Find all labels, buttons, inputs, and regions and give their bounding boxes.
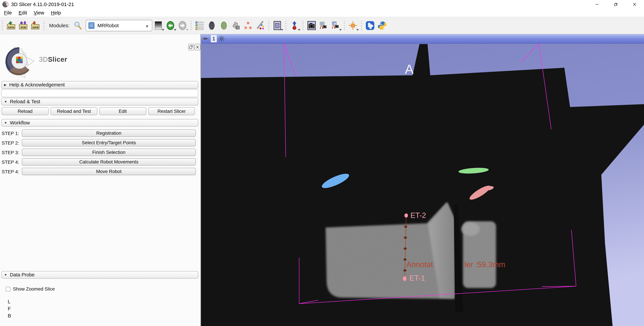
restart-slicer-button[interactable]: Restart Slicer	[148, 107, 195, 115]
scene-view-button[interactable]	[319, 21, 328, 31]
view-pin-button[interactable]	[202, 35, 210, 42]
popout-icon	[189, 45, 193, 49]
expanded-arrow-icon: ▼	[4, 121, 7, 125]
move-robot-button[interactable]: Move Robot	[22, 168, 196, 175]
restore-button[interactable]	[606, 0, 625, 9]
dropdown-arrow-icon[interactable]	[174, 29, 176, 31]
volume-rendering-button[interactable]	[219, 21, 229, 31]
slicer-app-window: 3D Slicer 4.11.0-2019-01-21 File Edit	[0, 0, 644, 326]
mouse-interaction-pin-button[interactable]	[290, 21, 299, 31]
subject-hierarchy-button[interactable]	[195, 21, 204, 31]
menu-view[interactable]: View	[34, 10, 44, 16]
workflow-step-row: STEP 2: Select Entry/Target Points	[2, 139, 197, 146]
toolbar-grip[interactable]	[268, 21, 270, 31]
main-toolbar: DATA DCM SAVE Modules:	[0, 17, 644, 34]
dicom-button[interactable]: DCM	[18, 21, 28, 31]
menu-edit[interactable]: Edit	[19, 10, 27, 16]
section-label: Reload & Test	[10, 99, 40, 104]
menu-help[interactable]: Help	[51, 10, 61, 16]
load-data-folder-icon: DATA	[6, 21, 16, 30]
menu-file[interactable]: File	[4, 10, 12, 16]
section-help-acknowledgement[interactable]: ▶ Help & Acknowledgement	[1, 81, 198, 89]
main-area: 3DSlicer ▶ Help & Acknowledgement ▼ Relo…	[0, 34, 644, 326]
center-crosshair-icon	[218, 35, 225, 42]
registration-button[interactable]: Registration	[22, 129, 196, 137]
reload-button[interactable]: Reload	[2, 107, 48, 115]
collapsed-arrow-icon: ▶	[4, 83, 6, 87]
crosshair-icon	[348, 21, 358, 30]
annotations-button[interactable]	[255, 21, 265, 31]
dropdown-arrow-icon[interactable]	[356, 29, 359, 31]
app-logo-icon	[2, 1, 9, 8]
minimize-icon	[594, 2, 600, 7]
section-data-probe[interactable]: ▼ Data Probe	[1, 271, 198, 278]
finish-selection-button[interactable]: Finish Selection	[22, 149, 196, 156]
python-console-button[interactable]	[377, 21, 387, 31]
show-zoomed-slice-row: Show Zoomed Slice	[6, 286, 55, 292]
show-zoomed-slice-checkbox[interactable]	[6, 287, 10, 291]
panel-close-button[interactable]	[194, 44, 200, 50]
module-search-button[interactable]	[73, 21, 83, 31]
toolbar-grip[interactable]	[360, 21, 362, 31]
pushpin-icon	[203, 36, 209, 42]
toolbar-grip[interactable]	[285, 21, 287, 31]
view-label-tab[interactable]: 1	[211, 35, 217, 42]
load-data-button[interactable]: DATA	[6, 21, 16, 31]
select-entry-target-points-button[interactable]: Select Entry/Target Points	[22, 139, 196, 146]
extensions-manager-button[interactable]	[365, 21, 375, 31]
transforms-button[interactable]	[231, 21, 241, 31]
layout-selector-button[interactable]	[272, 21, 282, 31]
toolbar-grip[interactable]	[302, 21, 304, 31]
minimize-button[interactable]	[588, 0, 606, 9]
module-selector-combobox[interactable]: MRRobot ▼	[86, 20, 152, 31]
reload-and-test-button[interactable]: Reload and Test	[50, 107, 98, 115]
window-controls	[588, 0, 644, 9]
section-workflow[interactable]: ▼ Workflow	[1, 119, 198, 127]
search-icon	[74, 21, 82, 30]
module-forward-button[interactable]	[178, 21, 188, 31]
svg-text:SAVE: SAVE	[32, 26, 38, 29]
models-button[interactable]	[207, 21, 217, 31]
toolbar-grip[interactable]	[2, 21, 4, 31]
close-icon	[196, 45, 199, 49]
threed-viewport: 1	[201, 34, 644, 326]
place-marker-pin-icon	[290, 21, 299, 30]
module-history-button[interactable]	[154, 21, 163, 31]
markups-button[interactable]	[243, 21, 253, 31]
toolbar-grip[interactable]	[43, 21, 45, 31]
scene-view-camera-icon	[319, 21, 328, 30]
close-button[interactable]	[625, 0, 644, 9]
step-label: STEP 3:	[2, 150, 19, 155]
module-back-button[interactable]	[166, 21, 175, 31]
scene-view-restore-button[interactable]	[331, 21, 341, 31]
save-button[interactable]: SAVE	[30, 21, 40, 31]
workflow-step-row: STEP 4: Move Robot	[2, 168, 197, 175]
restore-icon	[613, 2, 618, 7]
fiducial-et1-label: ET-1	[410, 274, 425, 282]
screenshot-button[interactable]	[307, 21, 316, 31]
center-view-button[interactable]	[218, 35, 225, 42]
crosshair-button[interactable]	[348, 21, 358, 31]
dropdown-arrow-icon[interactable]	[162, 29, 164, 31]
step-label: STEP 4:	[2, 169, 19, 175]
dropdown-arrow-icon[interactable]	[298, 29, 300, 31]
slicer-logo	[1, 44, 38, 80]
edit-button[interactable]: Edit	[99, 107, 146, 115]
dropdown-arrow-icon[interactable]	[281, 29, 283, 31]
back-arrow-icon	[166, 21, 175, 30]
toolbar-grip[interactable]	[343, 21, 345, 31]
save-folder-icon: SAVE	[31, 21, 40, 30]
orientation-label-anterior: A	[405, 62, 414, 77]
threed-scene[interactable]: Annotat ler :59.3mm ET-2 ET-1 A	[201, 44, 644, 326]
toolbar-grip[interactable]	[190, 21, 192, 31]
transforms-icon	[232, 21, 240, 30]
ruler-label-left: Annotat	[406, 260, 433, 269]
menu-bar: File Edit View Help	[0, 9, 644, 17]
dropdown-arrow-icon[interactable]	[339, 29, 342, 31]
chevron-down-icon[interactable]: ▼	[145, 24, 149, 29]
section-reload-test[interactable]: ▼ Reload & Test	[1, 98, 198, 105]
dropdown-arrow-icon[interactable]	[186, 29, 188, 31]
screenshot-camera-icon	[307, 21, 316, 30]
calculate-robot-movements-button[interactable]: Calculate Robot Movements	[22, 158, 196, 166]
panel-undock-button[interactable]	[188, 44, 194, 50]
